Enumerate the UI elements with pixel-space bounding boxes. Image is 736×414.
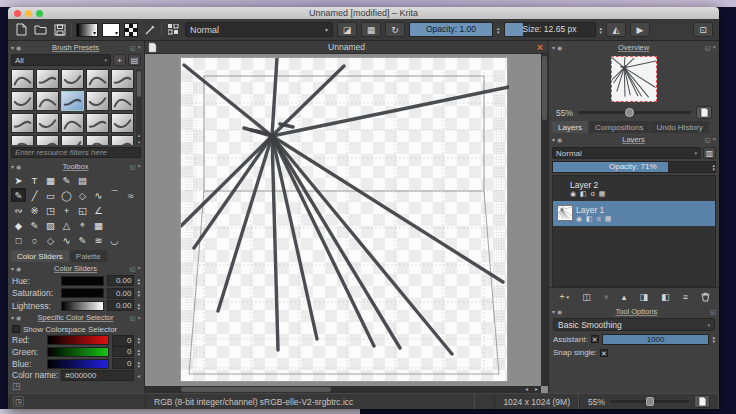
layer-row-2[interactable]: Layer 2 ◉ ◧ α ▦ [553,176,715,201]
shape-select-tool[interactable]: ➤ [11,173,26,187]
chevron-left-icon[interactable]: ◂ [137,372,140,379]
gradient-tool[interactable]: ▨ [43,218,58,232]
assistant-spinner[interactable]: ▴▾ [712,335,715,343]
toolbox-header[interactable]: ▾ ◉ Toolbox ◱ × [8,160,144,172]
collapse-icon[interactable]: ▾ [552,136,555,143]
edit-brush-settings-icon[interactable] [142,22,157,37]
scroll-up-icon[interactable]: ▴ [136,132,142,138]
float-docker-icon[interactable]: ◱ [705,136,711,143]
close-docker-icon[interactable]: × [137,163,141,169]
layer-opacity-slider[interactable]: Opacity: 71% ▴▾ [552,161,716,173]
reload-preset-button[interactable]: ↻ [385,22,405,37]
overview-header[interactable]: ▾ ◉ Overview ◱ × [549,41,719,53]
brush-preset-tile[interactable] [86,135,109,145]
similar-select-tool[interactable]: ≋ [91,233,106,247]
brush-preset-tile[interactable] [111,91,134,111]
layer-inherit-alpha-icon[interactable]: ▦ [605,215,612,223]
move-layer-down-button[interactable]: ▾ [604,292,609,302]
brush-preset-tile[interactable] [61,113,84,133]
collapse-icon[interactable]: ▾ [552,44,555,51]
snap-single-checkbox[interactable]: ✕ [600,349,608,357]
hue-slider[interactable] [61,276,104,286]
brush-preset-tile[interactable] [111,69,134,89]
close-docker-icon[interactable]: × [137,315,141,321]
brush-preset-tile[interactable] [86,69,109,89]
layer-view-mode-button[interactable]: ≡ [683,292,688,302]
green-value[interactable]: 0 [112,346,134,357]
collapse-icon[interactable]: ▾ [11,314,14,321]
brush-preset-tile[interactable] [61,69,84,89]
selection-mode-icon[interactable]: ◳ [13,396,24,407]
red-spinner[interactable]: ▴▾ [137,336,140,344]
pattern-edit-tool[interactable]: ▤ [75,173,90,187]
scroll-left-icon[interactable]: ◂ [522,386,531,393]
mirror-view-button[interactable]: ◭ [606,22,626,37]
delete-layer-button[interactable] [701,292,710,302]
overview-thumbnail[interactable] [611,56,657,102]
layer-filter-button[interactable]: ▥ [703,147,716,159]
layer-lock-icon[interactable]: ◧ [586,215,593,223]
layer-alpha-lock-icon[interactable]: α [597,215,601,223]
layer-blend-select[interactable]: Normal ▾ [552,147,701,159]
preserve-alpha-button[interactable]: ▦ [361,22,381,37]
saturation-slider[interactable] [61,288,104,298]
layer-lock-icon[interactable]: ◧ [580,190,587,198]
freehand-brush-tool[interactable]: ✎ [11,188,26,202]
layer-merge-button[interactable]: ◧ [661,292,670,302]
overview-fit-page-button[interactable] [696,106,712,119]
tab-color-sliders[interactable]: Color Sliders [11,250,69,262]
brush-preset-tile[interactable] [11,113,34,133]
hue-spinner[interactable]: ▴▾ [137,277,140,285]
add-layer-button[interactable]: ＋▾ [558,290,570,303]
document-tab-title[interactable]: Unnamed [145,42,548,52]
wrap-around-button[interactable]: ▶ [630,22,650,37]
transform-tool[interactable]: ◱ [75,203,90,217]
open-document-icon[interactable] [33,22,48,37]
blue-value[interactable]: 0 [112,358,134,369]
assistant-checkbox[interactable]: ✕ [591,335,599,343]
bezier-curve-tool[interactable]: ⌒ [107,188,122,202]
multibrush-tool[interactable]: ※ [27,203,42,217]
canvas-viewport[interactable] [145,54,541,386]
collapse-icon[interactable]: ▾ [11,163,14,170]
layer-inherit-alpha-icon[interactable]: ▦ [599,190,606,198]
horizontal-scrollbar[interactable]: ◂ ▸ [145,386,541,393]
brush-preset-tile[interactable] [36,135,59,145]
opacity-spinner[interactable]: ▴▾ [497,26,500,34]
move-tool[interactable]: + [59,203,74,217]
tab-compositions[interactable]: Compositions [589,121,649,133]
layer-alpha-lock-icon[interactable]: α [591,190,595,198]
brush-preset-tile[interactable] [111,135,134,145]
layer-properties-button[interactable]: ◨ [639,292,648,302]
fill-color-chooser[interactable]: ▾ [102,23,120,37]
brush-presets-scrollbar[interactable]: ▴ ▾ [136,69,142,145]
close-docker-icon[interactable]: × [137,44,141,50]
preset-view-mode-button[interactable]: ▤ [128,54,141,66]
layer-row-1[interactable]: Layer 1 ◉ ◧ α ▦ [553,201,715,226]
collapse-icon[interactable]: ▾ [552,308,555,315]
polygon-tool[interactable]: ◇ [75,188,90,202]
docker-menu-icon[interactable]: ◉ [16,314,21,321]
ellipse-tool[interactable]: ◯ [59,188,74,202]
freehand-path-tool[interactable]: ≈ [123,188,138,202]
add-tag-button[interactable]: + [113,54,126,66]
gradient-chooser[interactable]: ▾ [76,23,98,37]
edit-shapes-tool[interactable]: ▦ [43,173,58,187]
tool-options-header[interactable]: ▾ ◉ Tool Options ◱ [549,305,719,317]
brush-preset-tile[interactable] [111,113,134,133]
show-colorspace-checkbox[interactable] [12,325,20,333]
assistants-tool[interactable]: ⌖ [75,218,90,232]
layer-opacity-spinner[interactable]: ▴▾ [712,162,715,172]
red-slider[interactable] [47,335,109,345]
brush-preset-tile[interactable] [36,113,59,133]
close-docker-icon[interactable]: × [712,136,716,142]
float-docker-icon[interactable]: ◱ [130,163,136,170]
brush-preset-tile[interactable] [61,91,84,111]
fill-tool[interactable]: ◆ [11,218,26,232]
saturation-value[interactable]: 0.00 [107,288,134,299]
layers-header[interactable]: ▾ ◉ Layers ◱ × [549,133,719,145]
new-document-icon[interactable] [14,22,29,37]
blue-spinner[interactable]: ▴▾ [137,360,140,368]
titlebar[interactable]: Unnamed [modified] – Krita [8,7,719,19]
saturation-spinner[interactable]: ▴▾ [137,289,140,297]
